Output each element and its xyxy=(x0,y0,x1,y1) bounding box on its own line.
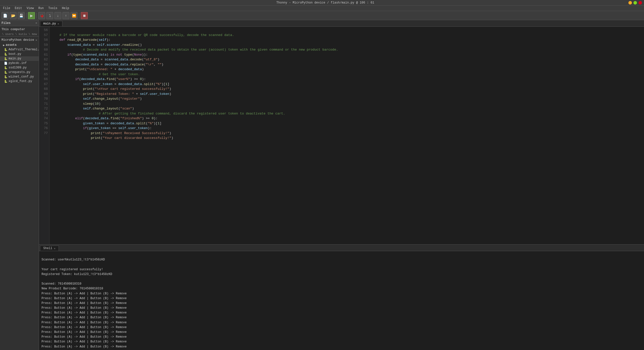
line-num-62: 62 xyxy=(41,57,48,62)
file-icon-urequests: 🐍 xyxy=(4,71,8,74)
shell-blank2 xyxy=(42,262,641,267)
file-panel-close[interactable]: ✕ xyxy=(35,21,37,25)
run-button[interactable]: ▶ xyxy=(28,12,35,19)
line-num-67: 67 xyxy=(41,82,48,87)
line-num-60: 60 xyxy=(41,47,48,52)
this-computer-label: This computer xyxy=(0,27,39,32)
titlebar: Thonny - MicroPython device / flash/main… xyxy=(0,0,644,6)
shell-press-8: Press: Button (A) -> Add | Button (B) ->… xyxy=(42,325,641,330)
minimize-button[interactable] xyxy=(628,1,632,5)
file-panel-header: Files ✕ xyxy=(0,20,39,26)
shell-content[interactable]: Scanned: user%kutlu123_!t3*b1450zKD Your… xyxy=(39,251,644,350)
micro-header: MicroPython device ✕ xyxy=(0,37,39,43)
file-adafruit[interactable]: 🐍 Adafruit_Thermal.py xyxy=(0,47,39,52)
file-urequests[interactable]: 🐍 urequests.py xyxy=(0,70,39,74)
shell-press-1: Press: Button (A) -> Add | Button (B) ->… xyxy=(42,291,641,296)
shell-tab-bar: Shell ✕ xyxy=(39,245,644,251)
code-editor[interactable]: 56 57 58 59 60 61 62 63 64 65 66 67 68 6… xyxy=(39,27,644,244)
stop-button[interactable]: ⏹ xyxy=(81,12,88,19)
file-main[interactable]: 🐍 main.py xyxy=(0,56,39,61)
shell-panel: Shell ✕ Scanned: user%kutlu123_!t3*b1450… xyxy=(39,244,644,350)
line-num-57: 57 xyxy=(41,33,48,38)
file-path: \ Users \ kutlu \ New E \ PYTHON \ aiot_… xyxy=(0,32,39,36)
micro-section: MicroPython device ✕ ▶ assets 🐍 Adafruit… xyxy=(0,36,39,84)
resume-button[interactable]: ⏩ xyxy=(70,12,77,19)
shell-press-10: Press: Button (A) -> Add | Button (B) ->… xyxy=(42,335,641,339)
shell-press-6: Press: Button (A) -> Add | Button (B) ->… xyxy=(42,315,641,320)
file-wiznet[interactable]: 🐍 wiznet_conf.py xyxy=(0,74,39,79)
titlebar-title: Thonny - MicroPython device / flash/main… xyxy=(22,1,628,5)
new-file-button[interactable]: 📄 xyxy=(2,12,9,19)
menu-help[interactable]: Help xyxy=(60,6,71,11)
shell-blank3 xyxy=(42,277,641,282)
shell-tab-label: Shell xyxy=(43,247,52,250)
shell-press-5: Press: Button (A) -> Add | Button (B) ->… xyxy=(42,310,641,315)
line-num-77: 77 xyxy=(41,131,48,136)
line-num-64: 64 xyxy=(41,67,48,72)
shell-tab-close-icon[interactable]: ✕ xyxy=(54,247,56,250)
tab-label: main.py xyxy=(43,22,56,25)
line-num-63: 63 xyxy=(41,62,48,67)
titlebar-controls[interactable] xyxy=(628,1,642,5)
shell-press-2: Press: Button (A) -> Add | Button (B) ->… xyxy=(42,296,641,301)
line-num-68: 68 xyxy=(41,87,48,92)
separator-3 xyxy=(79,13,79,19)
menu-tools[interactable]: Tools xyxy=(46,6,59,11)
line-num-59: 59 xyxy=(41,43,48,48)
file-panel: Files ✕ This computer \ Users \ kutlu \ … xyxy=(0,20,39,350)
editor-area: main.py ✕ 56 57 58 59 60 61 62 63 64 65 … xyxy=(39,20,644,350)
debug-button[interactable]: 🐞 xyxy=(38,12,45,19)
line-num-74: 74 xyxy=(41,116,48,121)
step-into-button[interactable]: ↓ xyxy=(54,12,61,19)
line-num-56: 56 xyxy=(41,28,48,33)
file-icon-xglcd: 🐍 xyxy=(4,80,8,83)
close-button[interactable] xyxy=(638,1,642,5)
shell-press-7: Press: Button (A) -> Add | Button (B) ->… xyxy=(42,320,641,325)
main-layout: Files ✕ This computer \ Users \ kutlu \ … xyxy=(0,20,644,350)
shell-press-3: Press: Button (A) -> Add | Button (B) ->… xyxy=(42,301,641,306)
shell-barcode: New Product Barcode: 7614500010310 xyxy=(42,286,641,291)
line-num-58: 58 xyxy=(41,37,48,43)
maximize-button[interactable] xyxy=(633,1,637,5)
file-icon-pybcdc: 📄 xyxy=(4,62,8,65)
menu-edit[interactable]: Edit xyxy=(13,6,24,11)
file-icon-main: 🐍 xyxy=(4,57,8,60)
tab-close-icon[interactable]: ✕ xyxy=(57,22,59,25)
step-over-button[interactable]: ⤵ xyxy=(46,12,53,19)
shell-tab[interactable]: Shell ✕ xyxy=(40,246,59,251)
line-num-76: 76 xyxy=(41,126,48,131)
line-num-69: 69 xyxy=(41,92,48,97)
code-content[interactable]: # If the scanner module reads a barcode … xyxy=(50,27,644,244)
step-out-button[interactable]: ↑ xyxy=(62,12,69,19)
folder-assets[interactable]: ▶ assets xyxy=(0,43,39,47)
save-file-button[interactable]: 💾 xyxy=(18,12,25,19)
shell-scanned1: Scanned: user%kutlu123_!t3*b1450zKD xyxy=(42,257,641,262)
tab-main-py[interactable]: main.py ✕ xyxy=(40,21,62,26)
file-panel-content: This computer \ Users \ kutlu \ New E \ … xyxy=(0,26,39,350)
file-boot[interactable]: 🐍 boot.py xyxy=(0,52,39,56)
line-numbers: 56 57 58 59 60 61 62 63 64 65 66 67 68 6… xyxy=(39,27,50,244)
shell-line-blank1 xyxy=(42,253,641,257)
micro-close[interactable]: ✕ xyxy=(35,38,37,42)
file-icon-ssd1309: 🐍 xyxy=(4,66,8,69)
separator-1 xyxy=(26,13,26,19)
file-xglcd[interactable]: 🐍 xglcd_font.py xyxy=(0,79,39,84)
file-icon-wiznet: 🐍 xyxy=(4,75,8,79)
file-pybcdc[interactable]: 📄 pybcdc.inf xyxy=(0,61,39,65)
menu-run[interactable]: Run xyxy=(36,6,46,11)
shell-token: Registered Token: kutlu123_!t3*b1450zKD xyxy=(42,272,641,277)
toolbar: 📄 📂 💾 ▶ 🐞 ⤵ ↓ ↑ ⏩ ⏹ xyxy=(0,11,644,20)
file-ssd1309[interactable]: 🐍 ssd1309.py xyxy=(0,65,39,70)
menubar: File Edit View Run Tools Help xyxy=(0,6,644,11)
shell-press-12: Press: Button (A) -> Add | Button (B) ->… xyxy=(42,344,641,349)
shell-press-9: Press: Button (A) -> Add | Button (B) ->… xyxy=(42,330,641,335)
file-icon-adafruit: 🐍 xyxy=(4,48,8,51)
menu-view[interactable]: View xyxy=(25,6,36,11)
shell-press-4: Press: Button (A) -> Add | Button (B) ->… xyxy=(42,306,641,310)
line-num-73: 73 xyxy=(41,111,48,116)
shell-registered: Your cart registered successfully! xyxy=(42,267,641,272)
menu-file[interactable]: File xyxy=(1,6,12,11)
open-file-button[interactable]: 📂 xyxy=(10,12,17,19)
line-num-65: 65 xyxy=(41,72,48,77)
shell-press-11: Press: Button (A) -> Add | Button (B) ->… xyxy=(42,339,641,344)
